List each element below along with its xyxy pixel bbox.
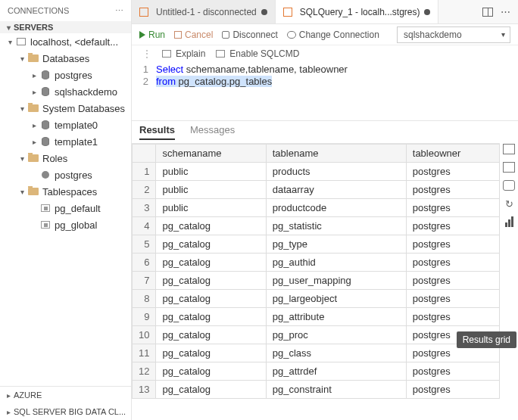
more-icon[interactable]: ⋯ [501,6,510,17]
cell[interactable]: pg_authid [266,254,406,272]
table-row[interactable]: 5pg_catalogpg_typepostgres [133,235,500,254]
cell[interactable]: postgres [406,163,499,181]
cell[interactable]: pg_catalog [156,272,266,290]
table-row[interactable]: 3publicproductcodepostgres [133,199,500,217]
disconnect-button[interactable]: Disconnect [222,30,277,40]
table-row[interactable]: 4pg_catalogpg_statisticpostgres [133,217,500,235]
tab-results[interactable]: Results [139,124,175,140]
cell[interactable]: postgres [406,254,499,272]
refresh-icon[interactable]: ↻ [503,198,515,209]
cell[interactable]: pg_catalog [156,254,266,272]
row-number[interactable]: 3 [133,199,156,217]
tab-sqlquery[interactable]: SQLQuery_1 - localh...stgres) [276,0,439,23]
row-number[interactable]: 12 [133,362,156,381]
section-azure[interactable]: ▸AZURE [0,387,131,403]
cell[interactable]: pg_proc [266,326,406,344]
cell[interactable]: postgres [406,290,499,308]
sysdb-node[interactable]: ▾System Databases [0,100,131,117]
section-bigdata[interactable]: ▸SQL SERVER BIG DATA CL... [0,403,131,420]
column-header[interactable]: tableowner [406,145,499,163]
db-sqlshackdemo[interactable]: ▸sqlshackdemo [0,83,131,100]
row-number[interactable]: 11 [133,344,156,362]
cell[interactable]: pg_catalog [156,381,266,399]
ts-global[interactable]: pg_global [0,216,131,233]
tab-untitled[interactable]: Untitled-1 - disconnected [132,0,276,23]
ts-default[interactable]: pg_default [0,200,131,216]
more-icon[interactable]: ⋯ [115,6,123,16]
cell[interactable]: pg_catalog [156,290,266,308]
cancel-button[interactable]: Cancel [174,30,213,40]
explain-button[interactable]: Explain [162,48,205,59]
row-number[interactable]: 9 [133,308,156,326]
cell[interactable]: pg_type [266,235,406,254]
table-row[interactable]: 9pg_catalogpg_attributepostgres [133,308,500,326]
db-template0[interactable]: ▸template0 [0,117,131,133]
json-icon[interactable] [503,180,515,191]
cell[interactable]: pg_catalog [156,308,266,326]
cell[interactable]: pg_catalog [156,362,266,381]
export-icon[interactable] [503,144,515,154]
cell[interactable]: postgres [406,235,499,254]
cell[interactable]: postgres [406,381,499,399]
sqlcmd-button[interactable]: Enable SQLCMD [216,48,299,59]
db-postgres[interactable]: ▸postgres [0,67,131,83]
databases-node[interactable]: ▾Databases [0,50,131,67]
cell[interactable]: postgres [406,272,499,290]
table-row[interactable]: 11pg_catalogpg_classpostgres [133,344,500,362]
code-content[interactable]: Select schemaname,tablename, tableowner … [156,64,518,120]
save-icon[interactable] [503,162,515,173]
results-grid[interactable]: schemanametablenametableowner 1publicpro… [132,144,500,420]
column-header[interactable]: schemaname [156,145,266,163]
row-number[interactable]: 13 [133,381,156,399]
cell[interactable]: dataarray [266,181,406,199]
cell[interactable]: pg_catalog [156,217,266,235]
table-row[interactable]: 8pg_catalogpg_largeobjectpostgres [133,290,500,308]
run-button[interactable]: Run [139,30,165,40]
cell[interactable]: postgres [406,308,499,326]
cell[interactable]: pg_class [266,344,406,362]
table-row[interactable]: 6pg_catalogpg_authidpostgres [133,254,500,272]
row-number[interactable]: 5 [133,235,156,254]
section-servers[interactable]: ▾ SERVERS [0,21,131,33]
cell[interactable]: pg_catalog [156,326,266,344]
row-number[interactable]: 8 [133,290,156,308]
code-editor[interactable]: 1 2 Select schemaname,tablename, tableow… [132,62,518,121]
row-number[interactable]: 6 [133,254,156,272]
cell[interactable]: postgres [406,217,499,235]
cell[interactable]: pg_attribute [266,308,406,326]
server-node[interactable]: ▾localhost, <default... [0,33,131,50]
cell[interactable]: postgres [406,181,499,199]
connection-dropdown[interactable]: sqlshackdemo [397,26,510,43]
cell[interactable]: postgres [406,362,499,381]
split-editor-icon[interactable] [482,8,493,17]
table-row[interactable]: 2publicdataarraypostgres [133,181,500,199]
row-number[interactable]: 1 [133,163,156,181]
cell[interactable]: pg_user_mapping [266,272,406,290]
cell[interactable]: pg_constraint [266,381,406,399]
row-number[interactable]: 10 [133,326,156,344]
row-number[interactable]: 4 [133,217,156,235]
table-row[interactable]: 12pg_catalogpg_attrdefpostgres [133,362,500,381]
table-row[interactable]: 7pg_catalogpg_user_mappingpostgres [133,272,500,290]
column-header[interactable]: tablename [266,145,406,163]
table-row[interactable]: 1publicproductspostgres [133,163,500,181]
cell[interactable]: pg_statistic [266,217,406,235]
roles-node[interactable]: ▾Roles [0,150,131,166]
chart-icon[interactable] [505,216,513,227]
row-number[interactable]: 2 [133,181,156,199]
cell[interactable]: pg_attrdef [266,362,406,381]
tablespaces-node[interactable]: ▾Tablespaces [0,183,131,200]
tab-messages[interactable]: Messages [190,124,235,140]
cell[interactable]: public [156,199,266,217]
cell[interactable]: public [156,181,266,199]
db-template1[interactable]: ▸template1 [0,133,131,150]
cell[interactable]: pg_largeobject [266,290,406,308]
table-row[interactable]: 10pg_catalogpg_procpostgres [133,326,500,344]
cell[interactable]: products [266,163,406,181]
cell[interactable]: postgres [406,199,499,217]
cell[interactable]: public [156,163,266,181]
change-connection-button[interactable]: Change Connection [287,30,379,40]
cell[interactable]: pg_catalog [156,235,266,254]
cell[interactable]: pg_catalog [156,344,266,362]
row-number[interactable]: 7 [133,272,156,290]
